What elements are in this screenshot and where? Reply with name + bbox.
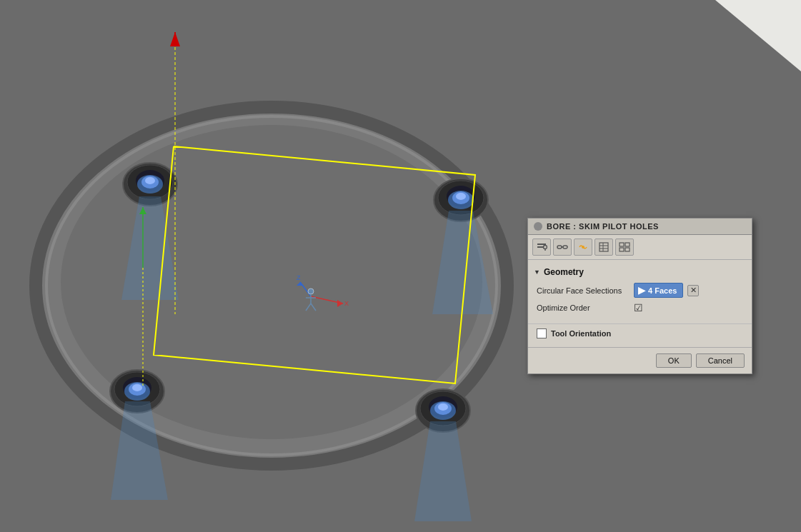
circular-face-row: Circular Face Selections ▶ 4 Faces ✕: [537, 283, 743, 298]
geometry-section-content: Circular Face Selections ▶ 4 Faces ✕ Opt…: [528, 280, 752, 323]
svg-point-44: [308, 288, 314, 294]
toolbar-btn-1[interactable]: [532, 239, 551, 256]
toolbar-btn-5[interactable]: [615, 239, 634, 256]
svg-point-16: [456, 193, 466, 200]
faces-select-button[interactable]: ▶ 4 Faces: [634, 283, 683, 298]
toolbar-btn-2[interactable]: [553, 239, 572, 256]
tool-orientation-label: Tool Orientation: [551, 329, 611, 338]
dialog-titlebar: BORE : SKIM PILOT HOLES: [528, 219, 752, 235]
svg-rect-62: [625, 243, 630, 246]
svg-text:X: X: [344, 300, 349, 307]
circular-face-label: Circular Face Selections: [537, 286, 630, 295]
svg-rect-63: [620, 248, 624, 251]
cancel-button[interactable]: Cancel: [696, 353, 745, 368]
dialog-toolbar: [528, 235, 752, 260]
svg-point-56: [582, 246, 584, 249]
svg-point-23: [132, 384, 142, 391]
svg-rect-50: [537, 246, 543, 248]
dialog-title-icon: [534, 222, 542, 231]
svg-point-51: [544, 246, 547, 249]
dialog-body: ▼ Geometry Circular Face Selections ▶ 4 …: [528, 260, 752, 347]
optimize-checkbox[interactable]: ☑: [634, 302, 643, 313]
svg-rect-61: [620, 243, 624, 246]
svg-marker-31: [414, 421, 472, 521]
bore-dialog: BORE : SKIM PILOT HOLES: [527, 218, 752, 374]
tool-orientation-checkbox[interactable]: [537, 328, 547, 338]
toolbar-btn-3[interactable]: [574, 239, 592, 256]
geometry-collapse-arrow: ▼: [534, 268, 540, 276]
geometry-section-title: Geometry: [544, 267, 584, 277]
optimize-order-row: Optimize Order ☑: [537, 302, 743, 313]
svg-text:Z: Z: [297, 274, 301, 281]
geometry-section-header[interactable]: ▼ Geometry: [528, 264, 752, 280]
dialog-title: BORE : SKIM PILOT HOLES: [547, 222, 659, 231]
faces-count-text: 4 Faces: [648, 286, 677, 295]
svg-rect-49: [537, 244, 546, 245]
svg-point-9: [145, 177, 155, 184]
ok-button[interactable]: OK: [656, 353, 692, 368]
clear-faces-button[interactable]: ✕: [687, 285, 699, 296]
dialog-footer: OK Cancel: [528, 347, 752, 373]
optimize-order-label: Optimize Order: [537, 303, 630, 312]
tool-orientation-row: Tool Orientation: [528, 323, 752, 343]
toolbar-btn-4[interactable]: [594, 239, 613, 256]
svg-point-30: [438, 403, 448, 411]
svg-rect-57: [599, 243, 608, 251]
svg-rect-54: [563, 246, 567, 249]
viewport-3d: Z X BORE : SKIM PILOT HOLES: [0, 0, 801, 532]
cursor-icon: ▶: [638, 285, 645, 296]
svg-rect-53: [557, 246, 562, 249]
close-icon: ✕: [690, 286, 697, 295]
svg-rect-64: [625, 248, 630, 251]
